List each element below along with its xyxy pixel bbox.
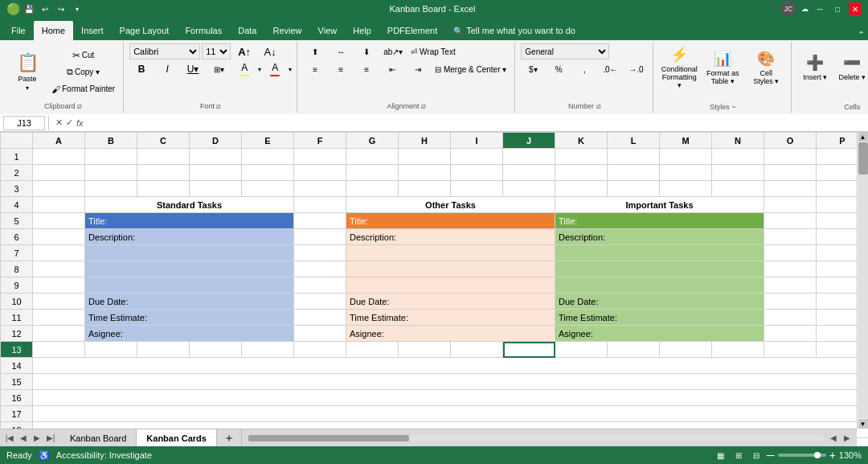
col-header-j[interactable]: J bbox=[503, 133, 555, 149]
row-header-2[interactable]: 2 bbox=[1, 165, 33, 181]
copy-button[interactable]: ⧉ Copy ▾ bbox=[48, 64, 118, 80]
underline-button[interactable]: U▾ bbox=[181, 61, 205, 77]
important-tasks-header[interactable]: Important Tasks bbox=[555, 197, 764, 213]
cell-d1[interactable] bbox=[190, 149, 242, 165]
standard-body-row7[interactable] bbox=[85, 245, 294, 261]
col-header-l[interactable]: L bbox=[608, 133, 660, 149]
row17-empty[interactable] bbox=[33, 406, 869, 422]
cell-f11[interactable] bbox=[294, 310, 346, 326]
cell-f10[interactable] bbox=[294, 294, 346, 310]
row-header-3[interactable]: 3 bbox=[1, 181, 33, 197]
scroll-down-button[interactable]: ▼ bbox=[858, 419, 868, 429]
cell-d3[interactable] bbox=[190, 181, 242, 197]
cell-a10[interactable] bbox=[33, 294, 85, 310]
cell-a3[interactable] bbox=[33, 181, 85, 197]
cell-l13[interactable] bbox=[608, 342, 660, 358]
currency-button[interactable]: $▾ bbox=[521, 61, 545, 77]
col-header-d[interactable]: D bbox=[190, 133, 242, 149]
cell-d13[interactable] bbox=[190, 342, 242, 358]
cell-n2[interactable] bbox=[712, 165, 764, 181]
redo-icon[interactable]: ↪ bbox=[54, 2, 68, 16]
other-title-cell[interactable]: Title: bbox=[346, 213, 555, 229]
row16-empty[interactable] bbox=[33, 390, 869, 406]
cell-k13[interactable] bbox=[555, 342, 608, 358]
paste-button[interactable]: 📋 Paste ▾ bbox=[8, 48, 47, 96]
cell-e2[interactable] bbox=[242, 165, 294, 181]
cell-reference-box[interactable] bbox=[3, 116, 45, 130]
cell-m1[interactable] bbox=[660, 149, 712, 165]
row-header-6[interactable]: 6 bbox=[1, 229, 33, 245]
cell-o11[interactable] bbox=[764, 310, 817, 326]
tab-insert[interactable]: Insert bbox=[73, 21, 112, 40]
accessibility-status[interactable]: Accessibility: Investigate bbox=[56, 450, 152, 460]
cell-k3[interactable] bbox=[555, 181, 608, 197]
cell-j1[interactable] bbox=[503, 149, 555, 165]
close-button[interactable]: ✕ bbox=[849, 2, 862, 15]
zoom-level[interactable]: 130% bbox=[839, 450, 862, 460]
user-avatar[interactable]: JC bbox=[780, 1, 796, 17]
cell-a1[interactable] bbox=[33, 149, 85, 165]
bold-button[interactable]: B bbox=[129, 61, 154, 77]
cell-c3[interactable] bbox=[137, 181, 190, 197]
font-expand-icon[interactable]: ⧄ bbox=[216, 102, 221, 110]
cell-h1[interactable] bbox=[399, 149, 451, 165]
cell-g2[interactable] bbox=[346, 165, 399, 181]
increase-indent-button[interactable]: ⇥ bbox=[406, 61, 430, 77]
tab-file[interactable]: File bbox=[3, 21, 34, 40]
standard-tasks-header[interactable]: Standard Tasks bbox=[85, 197, 294, 213]
cell-a4[interactable] bbox=[33, 197, 85, 213]
cell-o4[interactable] bbox=[764, 197, 817, 213]
cell-k2[interactable] bbox=[555, 165, 608, 181]
clipboard-expand-icon[interactable]: ⧄ bbox=[77, 102, 82, 110]
col-header-i[interactable]: I bbox=[451, 133, 503, 149]
important-body-row7[interactable] bbox=[555, 245, 764, 261]
row-header-8[interactable]: 8 bbox=[1, 261, 33, 277]
h-scroll-right-button[interactable]: ▶ bbox=[841, 432, 854, 445]
cell-e3[interactable] bbox=[242, 181, 294, 197]
confirm-formula-icon[interactable]: ✓ bbox=[66, 117, 73, 128]
tab-pdfelement[interactable]: PDFElement bbox=[379, 21, 445, 40]
tab-formulas[interactable]: Formulas bbox=[177, 21, 230, 40]
number-format-select[interactable]: General bbox=[521, 43, 609, 60]
cell-o3[interactable] bbox=[764, 181, 817, 197]
standard-assignee-cell[interactable]: Asignee: bbox=[85, 326, 294, 342]
zoom-in-button[interactable]: + bbox=[829, 449, 836, 462]
tab-review[interactable]: Review bbox=[264, 21, 309, 40]
cell-l3[interactable] bbox=[608, 181, 660, 197]
standard-description-cell[interactable]: Description: bbox=[85, 229, 294, 245]
tab-search[interactable]: 🔍Tell me what you want to do bbox=[445, 21, 583, 40]
tab-first-button[interactable]: |◀ bbox=[3, 432, 16, 445]
normal-view-button[interactable]: ▦ bbox=[714, 448, 728, 462]
h-scroll-left-button[interactable]: ◀ bbox=[827, 432, 840, 445]
row-header-7[interactable]: 7 bbox=[1, 245, 33, 261]
row-header-12[interactable]: 12 bbox=[1, 326, 33, 342]
cell-a8[interactable] bbox=[33, 261, 85, 277]
cell-h2[interactable] bbox=[399, 165, 451, 181]
scroll-thumb[interactable] bbox=[858, 142, 868, 175]
page-break-view-button[interactable]: ⊟ bbox=[749, 448, 764, 462]
cancel-formula-icon[interactable]: ✕ bbox=[55, 117, 63, 128]
standard-body-row9[interactable] bbox=[85, 277, 294, 294]
cell-h13[interactable] bbox=[399, 342, 451, 358]
other-time-cell[interactable]: Time Estimate: bbox=[346, 310, 555, 326]
format-painter-button[interactable]: 🖌 Format Painter bbox=[48, 81, 118, 97]
cell-o6[interactable] bbox=[764, 229, 817, 245]
fill-color-button[interactable]: A bbox=[232, 61, 256, 77]
font-family-select[interactable]: Calibri bbox=[129, 43, 200, 60]
row-header-13[interactable]: 13 bbox=[1, 342, 33, 358]
cell-i13[interactable] bbox=[451, 342, 503, 358]
other-body-row7[interactable] bbox=[346, 245, 555, 261]
col-header-f[interactable]: F bbox=[294, 133, 346, 149]
row-header-14[interactable]: 14 bbox=[1, 358, 33, 374]
col-header-h[interactable]: H bbox=[399, 133, 451, 149]
cell-o9[interactable] bbox=[764, 277, 817, 294]
cell-b1[interactable] bbox=[85, 149, 137, 165]
align-middle-button[interactable]: ↔ bbox=[329, 43, 353, 60]
cell-n3[interactable] bbox=[712, 181, 764, 197]
percent-button[interactable]: % bbox=[547, 61, 571, 77]
cell-c13[interactable] bbox=[137, 342, 190, 358]
row-header-10[interactable]: 10 bbox=[1, 294, 33, 310]
col-header-k[interactable]: K bbox=[555, 133, 608, 149]
tab-data[interactable]: Data bbox=[230, 21, 264, 40]
zoom-slider[interactable] bbox=[778, 454, 826, 457]
